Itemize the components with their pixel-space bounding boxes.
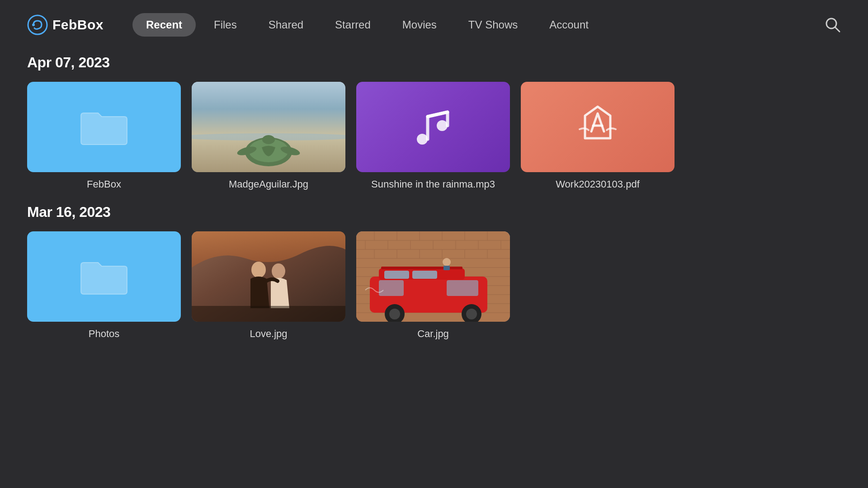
- date-section-apr2023: Apr 07, 2023 FebBox: [27, 54, 841, 190]
- items-grid-mar2023: Photos: [27, 231, 841, 340]
- item-label: Sunshine in the rainma.mp3: [371, 178, 495, 190]
- svg-rect-58: [381, 267, 462, 269]
- list-item[interactable]: Work20230103.pdf: [521, 82, 675, 190]
- svg-point-15: [251, 262, 266, 278]
- svg-rect-52: [447, 280, 478, 296]
- turtle-image: [192, 82, 345, 172]
- list-item[interactable]: MadgeAguilar.Jpg: [192, 82, 345, 190]
- svg-rect-17: [192, 306, 345, 322]
- item-label: FebBox: [87, 178, 121, 190]
- items-grid-apr2023: FebBox: [27, 82, 841, 190]
- list-item[interactable]: Photos: [27, 231, 181, 340]
- car-image: [356, 231, 510, 322]
- nav-item-shared[interactable]: Shared: [255, 13, 317, 37]
- date-label-apr2023: Apr 07, 2023: [27, 54, 841, 71]
- nav-item-files[interactable]: Files: [200, 13, 250, 37]
- main-content: Apr 07, 2023 FebBox: [0, 50, 868, 371]
- nav-item-tvshows[interactable]: TV Shows: [455, 13, 531, 37]
- search-icon: [825, 17, 841, 33]
- music-note-icon: [410, 102, 456, 152]
- list-item[interactable]: Sunshine in the rainma.mp3: [356, 82, 510, 190]
- item-label: Work20230103.pdf: [556, 178, 640, 190]
- main-nav: Recent Files Shared Starred Movies TV Sh…: [132, 13, 803, 37]
- list-item[interactable]: Love.jpg: [192, 231, 345, 340]
- folder-thumbnail: [27, 231, 181, 322]
- logo[interactable]: FebBox: [27, 14, 104, 35]
- pdf-icon: [575, 102, 620, 152]
- nav-item-account[interactable]: Account: [536, 13, 602, 37]
- list-item[interactable]: Car.jpg: [356, 231, 510, 340]
- image-thumbnail: [192, 231, 345, 322]
- svg-rect-51: [412, 271, 437, 279]
- item-label: Photos: [89, 328, 120, 340]
- folder-icon: [79, 256, 129, 297]
- svg-point-13: [437, 120, 448, 131]
- image-thumbnail: [356, 231, 510, 322]
- svg-rect-60: [443, 266, 450, 270]
- nav-item-recent[interactable]: Recent: [132, 13, 196, 37]
- svg-point-16: [272, 263, 285, 279]
- svg-rect-4: [192, 82, 345, 136]
- search-button[interactable]: [825, 17, 841, 33]
- logo-icon: [27, 14, 48, 35]
- image-thumbnail: [192, 82, 345, 172]
- date-label-mar2023: Mar 16, 2023: [27, 204, 841, 221]
- love-image: [192, 231, 345, 322]
- item-label: Car.jpg: [417, 328, 449, 340]
- nav-item-movies[interactable]: Movies: [389, 13, 450, 37]
- pdf-thumbnail: [521, 82, 675, 172]
- svg-rect-53: [379, 280, 404, 296]
- logo-text: FebBox: [52, 17, 104, 33]
- svg-point-12: [417, 134, 428, 145]
- list-item[interactable]: FebBox: [27, 82, 181, 190]
- music-thumbnail: [356, 82, 510, 172]
- svg-line-3: [835, 27, 840, 32]
- folder-icon: [79, 107, 129, 147]
- svg-point-55: [389, 309, 400, 319]
- svg-point-1: [32, 23, 35, 26]
- svg-point-57: [466, 309, 477, 319]
- svg-point-9: [262, 135, 275, 144]
- item-label: MadgeAguilar.Jpg: [229, 178, 308, 190]
- item-label: Love.jpg: [250, 328, 287, 340]
- nav-item-starred[interactable]: Starred: [321, 13, 384, 37]
- svg-point-59: [443, 258, 451, 266]
- folder-thumbnail: [27, 82, 181, 172]
- svg-rect-50: [384, 271, 409, 279]
- date-section-mar2023: Mar 16, 2023 Photos: [27, 204, 841, 340]
- svg-point-0: [28, 15, 47, 34]
